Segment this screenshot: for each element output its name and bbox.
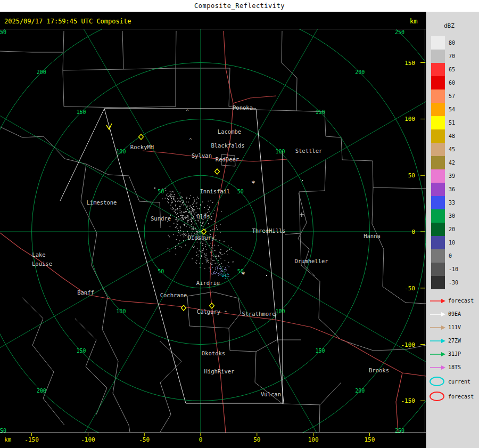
timestamp-label: 2025/09/17 17:59:45 UTC Composite xyxy=(4,18,131,25)
scale-value: 80 xyxy=(449,40,455,46)
scale-value: 0 xyxy=(449,253,452,259)
scale-title: dBZ xyxy=(444,22,455,29)
range-rings xyxy=(0,12,426,448)
scale-entry: 70 xyxy=(426,50,479,63)
city-label: Blackfalds xyxy=(211,142,244,149)
scale-value: 36 xyxy=(449,186,455,192)
city-label: Vulcan xyxy=(261,391,281,397)
legend-item-label: 31JP xyxy=(448,351,461,357)
scale-value: 45 xyxy=(449,146,455,152)
city-label: HighRiver xyxy=(204,368,235,374)
scale-swatch xyxy=(431,89,445,103)
caret-marker-icon: ^ xyxy=(186,109,189,114)
range-ring-label: 50 xyxy=(237,189,244,194)
caret-marker-icon: ^ xyxy=(206,259,209,264)
star-marker-icon: * xyxy=(251,179,255,187)
x-axis-tick-label: -150 xyxy=(24,436,39,443)
legend-item: 27ZW xyxy=(426,334,479,347)
legend-arrow-icon xyxy=(429,309,446,320)
scale-value: 60 xyxy=(449,80,455,86)
legend-sidebar: dBZ 807065605754514845423936333020100-10… xyxy=(426,12,479,448)
scale-entry: 45 xyxy=(426,143,479,156)
plus-marker-icon xyxy=(300,213,304,217)
city-label: Innisfail xyxy=(200,188,230,194)
scale-swatch xyxy=(431,236,445,249)
range-ring-label: 50 xyxy=(158,189,164,194)
city-label: Sundre xyxy=(151,215,171,222)
city-label: Drumheller xyxy=(294,258,328,264)
x-axis-tick-label: 150 xyxy=(364,436,375,443)
city-label: Brooks xyxy=(369,367,389,373)
legend-item: forecast xyxy=(426,294,479,307)
legend-arrow-icon xyxy=(429,362,446,373)
range-ring-label: 150 xyxy=(315,348,325,354)
radar-site-diamond-icon xyxy=(210,303,214,308)
range-ring-label: 200 xyxy=(355,69,365,75)
dot-marker-icon xyxy=(154,188,155,189)
scale-swatch xyxy=(431,196,445,209)
y-axis-tick-label: 100 xyxy=(404,116,415,123)
coverage-sector xyxy=(60,109,284,403)
scale-value: 54 xyxy=(449,107,455,112)
range-ring-label: 150 xyxy=(77,109,86,115)
range-ring-label: 100 xyxy=(116,149,126,154)
x-axis-tick-label: 50 xyxy=(253,436,260,443)
city-label: Sylvan xyxy=(192,152,212,159)
scale-entry: 30 xyxy=(426,209,479,223)
scale-swatch xyxy=(431,276,445,289)
y-axis-tick-label: 150 xyxy=(404,60,415,67)
scale-entry: 10 xyxy=(426,236,479,249)
scale-swatch xyxy=(431,156,445,169)
scale-swatch xyxy=(431,263,445,276)
radar-site-diamond-icon xyxy=(181,305,186,311)
legend-items: forecast09EA111V27ZW31JP18TScurrentforec… xyxy=(426,294,479,404)
scale-entry: 54 xyxy=(426,103,479,116)
radar-plot: 5050505010010010010015015015015020020020… xyxy=(0,12,426,448)
city-label: Limestone xyxy=(87,199,117,206)
range-ring-label: 100 xyxy=(276,308,285,314)
dot-marker-icon xyxy=(302,180,303,181)
x-axis-unit-label: km xyxy=(4,436,12,443)
scale-entry: 65 xyxy=(426,63,479,76)
legend-item: current xyxy=(426,374,479,389)
scale-value: 65 xyxy=(449,67,455,72)
legend-item-label: 09EA xyxy=(448,311,461,317)
city-label: Louise xyxy=(32,260,52,267)
legend-arrow-icon xyxy=(429,296,446,306)
city-label: Lacombe xyxy=(218,128,241,135)
scale-value: 48 xyxy=(449,133,455,139)
city-label: Strathmore xyxy=(242,311,275,317)
scale-swatch xyxy=(431,143,445,156)
scale-swatch xyxy=(431,183,445,196)
color-scale: 807065605754514845423936333020100-10-30 xyxy=(426,36,479,289)
legend-item: 111V xyxy=(426,321,479,334)
legend-item: 18TS xyxy=(426,361,479,374)
scale-swatch xyxy=(431,76,445,89)
y-axis-tick-label: -150 xyxy=(401,397,416,404)
scale-value: 33 xyxy=(449,200,455,206)
legend-item-label: forecast xyxy=(448,298,474,304)
city-label: Airdrie xyxy=(196,280,220,286)
city-label: Ponoka xyxy=(233,104,253,111)
city-label: Stettler xyxy=(295,148,323,154)
city-label: Didsbury xyxy=(188,234,215,241)
scale-value: 39 xyxy=(449,173,455,179)
scale-swatch xyxy=(431,63,445,76)
scale-entry: 60 xyxy=(426,76,479,89)
city-label: Okotoks xyxy=(202,350,225,356)
range-ring-label: 200 xyxy=(355,388,365,394)
city-label: Calgary xyxy=(197,308,220,315)
plot-area: 5050505010010010010015015015015020020020… xyxy=(0,12,426,448)
scale-value: -10 xyxy=(449,266,458,272)
scale-swatch xyxy=(431,36,445,50)
scale-swatch xyxy=(431,103,445,116)
range-ring-label: 150 xyxy=(315,109,325,115)
radar-map-panel: 2025/09/17 17:59:45 UTC Composite km 505… xyxy=(0,12,426,448)
scale-swatch xyxy=(431,209,445,223)
scale-swatch xyxy=(431,129,445,143)
scale-entry: -30 xyxy=(426,276,479,289)
scale-value: -30 xyxy=(449,280,458,286)
scale-entry: 51 xyxy=(426,116,479,129)
scale-entry: 20 xyxy=(426,223,479,236)
scale-entry: 39 xyxy=(426,169,479,183)
